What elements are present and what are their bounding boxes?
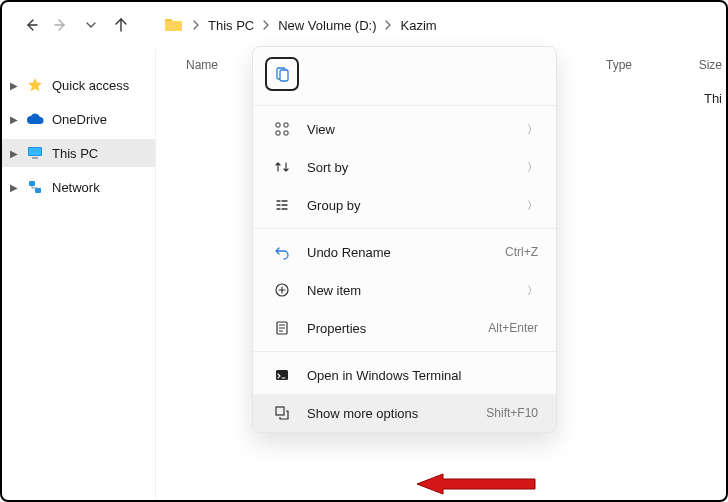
toolbar: This PC New Volume (D:) Kazim	[2, 2, 726, 48]
svg-rect-12	[276, 131, 280, 135]
chevron-right-icon	[192, 20, 200, 30]
sidebar-item-onedrive[interactable]: ▶ OneDrive	[2, 105, 155, 133]
menu-separator	[253, 228, 556, 229]
svg-rect-7	[35, 188, 41, 193]
expand-icon	[271, 405, 293, 421]
svg-rect-11	[284, 123, 288, 127]
chevron-right-icon[interactable]: ▶	[10, 182, 22, 193]
nav-recent-dropdown[interactable]	[76, 10, 106, 40]
terminal-icon	[271, 367, 293, 383]
ctx-item-undo-rename[interactable]: Undo Rename Ctrl+Z	[253, 233, 556, 271]
sidebar-item-network[interactable]: ▶ Network	[2, 173, 155, 201]
sidebar-item-label: OneDrive	[52, 112, 107, 127]
chevron-right-icon	[262, 20, 270, 30]
chevron-right-icon[interactable]: ▶	[10, 114, 22, 125]
empty-folder-text: Thi	[704, 91, 722, 106]
paste-icon	[273, 65, 291, 83]
ctx-item-properties[interactable]: Properties Alt+Enter	[253, 309, 556, 347]
breadcrumb-item[interactable]: This PC	[204, 16, 258, 35]
ctx-shortcut: Shift+F10	[486, 406, 538, 420]
ctx-item-label: Properties	[307, 321, 488, 336]
plus-circle-icon	[271, 282, 293, 298]
ctx-item-new[interactable]: New item 〉	[253, 271, 556, 309]
ctx-item-open-terminal[interactable]: Open in Windows Terminal	[253, 356, 556, 394]
chevron-right-icon	[384, 20, 392, 30]
column-header-type[interactable]: Type	[576, 58, 671, 72]
sidebar-item-this-pc[interactable]: ▶ This PC	[2, 139, 155, 167]
ctx-item-label: Undo Rename	[307, 245, 505, 260]
ctx-item-sort-by[interactable]: Sort by 〉	[253, 148, 556, 186]
chevron-right-icon: 〉	[527, 198, 538, 213]
cloud-icon	[26, 110, 44, 128]
network-icon	[26, 178, 44, 196]
ctx-item-label: New item	[307, 283, 527, 298]
folder-icon	[164, 16, 182, 34]
ctx-item-label: Open in Windows Terminal	[307, 368, 538, 383]
svg-rect-17	[276, 407, 284, 415]
svg-rect-4	[29, 148, 41, 155]
ctx-item-label: Sort by	[307, 160, 527, 175]
chevron-right-icon: 〉	[527, 160, 538, 175]
properties-icon	[271, 320, 293, 336]
sidebar-item-quick-access[interactable]: ▶ Quick access	[2, 71, 155, 99]
grid-icon	[271, 121, 293, 137]
chevron-right-icon[interactable]: ▶	[10, 80, 22, 91]
svg-rect-10	[276, 123, 280, 127]
menu-separator	[253, 105, 556, 106]
svg-rect-5	[32, 157, 38, 159]
menu-separator	[253, 351, 556, 352]
column-header-size[interactable]: Size	[671, 58, 726, 72]
breadcrumb-item[interactable]: New Volume (D:)	[274, 16, 380, 35]
ctx-item-label: View	[307, 122, 527, 137]
ctx-shortcut: Ctrl+Z	[505, 245, 538, 259]
svg-rect-6	[29, 181, 35, 186]
sidebar-item-label: This PC	[52, 146, 98, 161]
breadcrumb-item[interactable]: Kazim	[396, 16, 440, 35]
nav-back-button[interactable]	[16, 10, 46, 40]
nav-up-button[interactable]	[106, 10, 136, 40]
monitor-icon	[26, 144, 44, 162]
ctx-item-group-by[interactable]: Group by 〉	[253, 186, 556, 224]
ctx-item-show-more-options[interactable]: Show more options Shift+F10	[253, 394, 556, 432]
chevron-right-icon: 〉	[527, 122, 538, 137]
sidebar-item-label: Network	[52, 180, 100, 195]
ctx-shortcut: Alt+Enter	[488, 321, 538, 335]
nav-forward-button[interactable]	[46, 10, 76, 40]
ctx-item-label: Group by	[307, 198, 527, 213]
chevron-right-icon[interactable]: ▶	[10, 148, 22, 159]
chevron-right-icon: 〉	[527, 283, 538, 298]
ctx-item-label: Show more options	[307, 406, 486, 421]
ctx-item-view[interactable]: View 〉	[253, 110, 556, 148]
undo-icon	[271, 244, 293, 260]
sort-icon	[271, 159, 293, 175]
sidebar-item-label: Quick access	[52, 78, 129, 93]
breadcrumb[interactable]: This PC New Volume (D:) Kazim	[164, 16, 441, 35]
navigation-pane: ▶ Quick access ▶ OneDrive ▶ This PC ▶	[2, 49, 155, 500]
group-icon	[271, 197, 293, 213]
paste-button[interactable]	[265, 57, 299, 91]
context-menu: View 〉 Sort by 〉 Group by 〉 Undo Rename …	[252, 46, 557, 433]
svg-rect-9	[280, 70, 288, 81]
svg-rect-13	[284, 131, 288, 135]
star-icon	[26, 76, 44, 94]
